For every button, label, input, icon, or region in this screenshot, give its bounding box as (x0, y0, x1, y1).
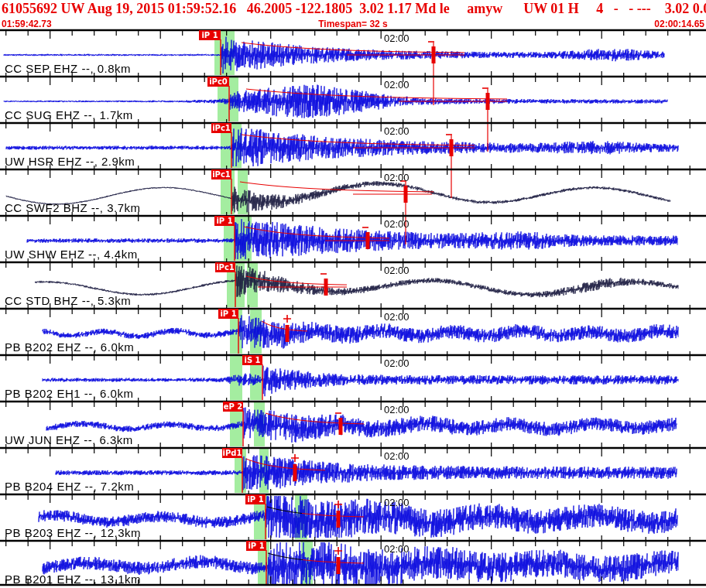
event-summary-header: 61055692 UW Aug 19, 2015 01:59:52.16 46.… (2, 1, 704, 17)
station-channel-label: UW HSR EHZ --, 2.9km (5, 155, 135, 168)
phase-pick-flag[interactable]: iP 1 (218, 309, 238, 319)
time-window-bar: 01:59:42.73 Timespan= 32 s 02:00:14.65 (0, 17, 706, 29)
hour-tick-label: 02:00 (384, 497, 410, 508)
station-channel-label: PB B202 EHZ --, 6.0km (5, 340, 134, 354)
hour-tick-label: 02:00 (384, 357, 410, 369)
hour-tick-label: 02:00 (384, 125, 410, 137)
station-channel-label: PB B202 EH1 --, 6.0km (5, 387, 133, 400)
phase-pick-flag[interactable]: iP 1 (246, 541, 266, 551)
phase-pick-flag[interactable]: iPc0 (207, 77, 229, 87)
station-channel-label: PB B204 EHZ --, 7.2km (5, 480, 134, 493)
station-channel-label: CC SEP EHZ --, 0.8km (5, 62, 131, 75)
phase-pick-flag[interactable]: iPd1 (222, 448, 242, 458)
station-channel-label: PB B201 EHZ --, 13.1km (5, 573, 141, 586)
station-channel-label: UW JUN EHZ --, 6.3km (5, 433, 133, 446)
station-channel-label: CC SUG EHZ --, 1.7km (5, 108, 133, 121)
station-channel-label: CC SWF2 BHZ --, 3.7km (5, 201, 141, 214)
hour-tick-label: 02:00 (384, 311, 410, 323)
hour-tick-label: 02:00 (384, 404, 410, 415)
hour-tick-label: 02:00 (384, 172, 410, 183)
phase-pick-flag[interactable]: iPc1 (211, 123, 231, 133)
phase-pick-flag[interactable]: iP 1 (214, 216, 235, 226)
phase-pick-flag[interactable]: iPc1 (211, 169, 231, 179)
hour-tick-label: 02:00 (384, 32, 410, 44)
hour-tick-label: 02:00 (384, 265, 410, 276)
phase-pick-flag[interactable]: iP 1 (245, 494, 266, 504)
phase-pick-flag[interactable]: iPc1 (215, 262, 235, 272)
station-channel-label: CC STD BHZ --, 5.3km (5, 294, 131, 307)
phase-pick-flag[interactable]: iP 1 (199, 30, 221, 40)
hour-tick-label: 02:00 (384, 450, 410, 462)
phase-pick-flag[interactable]: iS 1 (242, 355, 262, 365)
station-channel-label: PB B203 EHZ --, 12.3km (5, 526, 141, 539)
hour-tick-label: 02:00 (384, 218, 410, 230)
hour-tick-label: 02:00 (384, 79, 410, 91)
hour-tick-label: 02:00 (384, 543, 410, 555)
station-channel-label: UW SHW EHZ --, 4.4km (5, 248, 138, 261)
phase-pick-flag[interactable]: eP 2 (223, 402, 243, 412)
timespan-label: Timespan= 32 s (0, 19, 706, 29)
waveform-review-window: 61055692 UW Aug 19, 2015 01:59:52.16 46.… (0, 0, 706, 588)
window-end-time: 02:00:14.65 (654, 19, 704, 29)
